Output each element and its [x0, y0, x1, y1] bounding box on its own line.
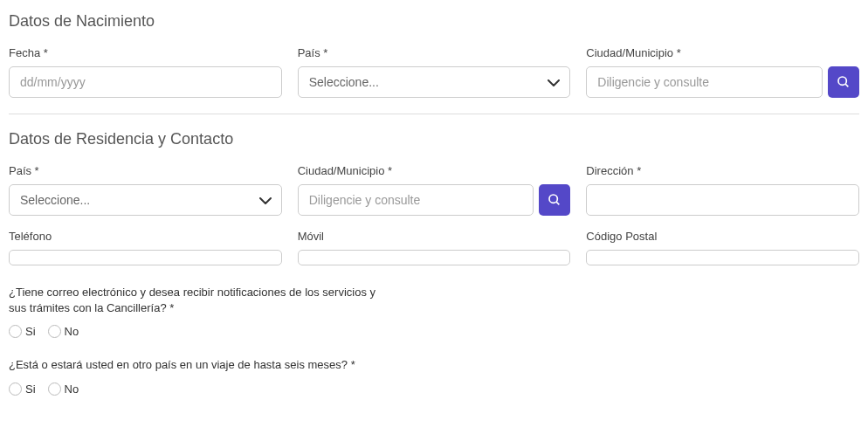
birth-country-group: País * Seleccione... [298, 46, 571, 98]
radio-yes-text: Si [25, 382, 36, 396]
svg-line-3 [556, 202, 559, 204]
residence-postal-group: Código Postal [586, 230, 859, 265]
residence-section-title: Datos de Residencia y Contacto [9, 130, 859, 148]
residence-city-label: Ciudad/Municipio * [298, 164, 571, 177]
birth-date-input[interactable] [9, 66, 282, 98]
email-question-label: ¿Tiene correo electrónico y desea recibi… [9, 285, 384, 316]
search-icon [548, 193, 561, 207]
residence-address-group: Dirección * [586, 164, 859, 216]
residence-row-1: País * Seleccione... Ciudad/Municipio * … [9, 164, 859, 216]
radio-icon [48, 325, 61, 338]
radio-icon [48, 382, 61, 396]
birth-date-label: Fecha * [9, 46, 282, 59]
radio-icon [9, 325, 22, 338]
search-icon [837, 75, 851, 89]
residence-mobile-group: Móvil [298, 230, 571, 265]
birth-form-row: Fecha * País * Seleccione... Ciudad/Muni… [9, 46, 859, 98]
svg-point-2 [549, 195, 557, 203]
travel-question-label: ¿Está o estará usted en otro país en un … [9, 357, 859, 373]
birth-city-search-button[interactable] [828, 66, 859, 98]
residence-country-label: País * [9, 164, 282, 177]
residence-address-label: Dirección * [586, 164, 859, 177]
svg-line-1 [845, 84, 848, 86]
birth-city-label: Ciudad/Municipio * [586, 46, 859, 59]
svg-point-0 [838, 77, 846, 85]
residence-postal-input[interactable] [586, 250, 859, 265]
residence-city-input[interactable] [298, 184, 534, 216]
residence-row-2: Teléfono Móvil Código Postal [9, 230, 859, 265]
travel-question-group: ¿Está o estará usted en otro país en un … [9, 357, 859, 395]
residence-phone-label: Teléfono [9, 230, 282, 243]
birth-country-select[interactable]: Seleccione... [298, 66, 571, 98]
residence-city-search-button[interactable] [539, 184, 570, 216]
email-question-group: ¿Tiene correo electrónico y desea recibi… [9, 285, 859, 338]
residence-country-select[interactable]: Seleccione... [9, 184, 282, 216]
travel-radio-row: Si No [9, 382, 859, 396]
email-radio-row: Si No [9, 325, 859, 338]
residence-phone-input[interactable] [9, 250, 282, 265]
birth-date-group: Fecha * [9, 46, 282, 98]
birth-country-label: País * [298, 46, 571, 59]
travel-radio-no[interactable]: No [48, 382, 79, 396]
birth-city-input[interactable] [586, 66, 823, 98]
email-radio-yes[interactable]: Si [9, 325, 36, 338]
birth-city-group: Ciudad/Municipio * [586, 46, 859, 98]
residence-postal-label: Código Postal [586, 230, 859, 243]
email-radio-no[interactable]: No [48, 325, 79, 338]
residence-city-group: Ciudad/Municipio * [298, 164, 571, 216]
residence-mobile-input[interactable] [298, 250, 571, 265]
birth-section-title: Datos de Nacimiento [9, 12, 859, 31]
section-divider [9, 114, 859, 114]
residence-mobile-label: Móvil [298, 230, 571, 243]
radio-no-text: No [65, 382, 79, 396]
radio-no-text: No [65, 325, 79, 338]
travel-radio-yes[interactable]: Si [9, 382, 36, 396]
residence-phone-group: Teléfono [9, 230, 282, 265]
radio-yes-text: Si [25, 325, 36, 338]
residence-country-group: País * Seleccione... [9, 164, 282, 216]
radio-icon [9, 382, 22, 396]
residence-address-input[interactable] [586, 184, 859, 216]
